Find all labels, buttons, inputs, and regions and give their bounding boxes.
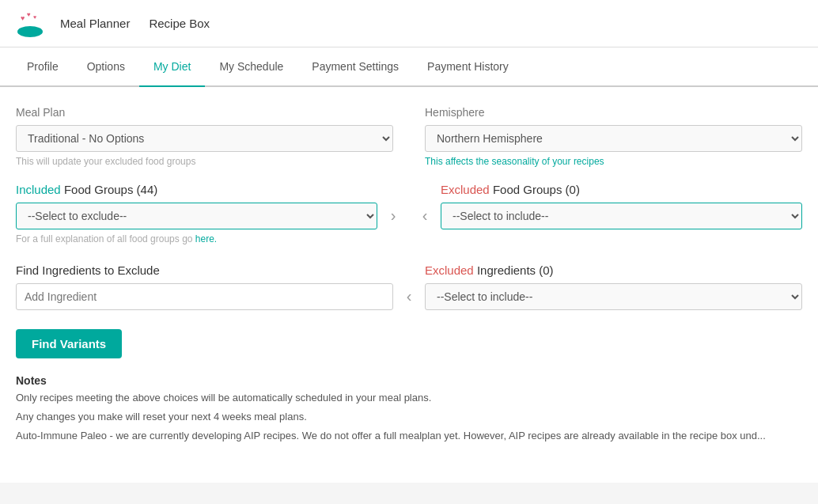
notes-line-1: Only recipes meeting the above choices w… <box>16 390 802 407</box>
excluded-food-groups-label: Excluded Food Groups (0) <box>441 183 802 196</box>
tab-options[interactable]: Options <box>73 47 139 86</box>
add-ingredient-input[interactable] <box>16 283 393 310</box>
excluded-food-groups-col: Excluded Food Groups (0) --Select to inc… <box>441 183 802 229</box>
hemisphere-col: Hemisphere Northern Hemisphere Southern … <box>425 106 802 167</box>
notes-title: Notes <box>16 374 802 387</box>
notes-line-2: Any changes you make will reset your nex… <box>16 409 802 426</box>
excluded-ingredients-label: Excluded Ingredients (0) <box>425 263 802 277</box>
food-groups-hint: For a full explanation of all food group… <box>16 233 377 244</box>
included-label-rest: Food Groups (44) <box>61 183 158 196</box>
excluded-ingredients-select[interactable]: --Select to include-- <box>425 283 802 310</box>
hemisphere-hint: This affects the seasonality of your rec… <box>425 156 802 167</box>
nav-meal-planner[interactable]: Meal Planner <box>60 17 130 30</box>
excluded-food-groups-select[interactable]: --Select to include-- <box>441 203 802 229</box>
food-groups-row: Included Food Groups (44) --Select to ex… <box>16 183 802 244</box>
notes-line-3: Auto-Immune Paleo - we are currently dev… <box>16 428 802 445</box>
find-variants-button[interactable]: Find Variants <box>16 329 122 358</box>
find-ingredients-col: Find Ingredients to Exclude <box>16 263 393 310</box>
tab-nav: Profile Options My Diet My Schedule Paym… <box>0 47 818 87</box>
move-left-arrow[interactable]: ‹ <box>409 183 441 225</box>
excl-ingr-label: Excluded <box>425 263 474 277</box>
included-label: Included <box>16 183 61 196</box>
tab-my-schedule[interactable]: My Schedule <box>205 47 297 86</box>
included-food-groups-select[interactable]: --Select to exclude-- <box>16 203 377 229</box>
ingredients-left-arrow[interactable]: ‹ <box>393 263 425 305</box>
nav-recipe-box[interactable]: Recipe Box <box>149 17 210 30</box>
tab-profile[interactable]: Profile <box>13 47 73 86</box>
tab-payment-settings[interactable]: Payment Settings <box>297 47 413 86</box>
excluded-ingredients-col: Excluded Ingredients (0) --Select to inc… <box>425 263 802 310</box>
food-groups-link[interactable]: here. <box>195 233 217 244</box>
excl-ingr-label-rest: Ingredients (0) <box>474 263 554 277</box>
svg-text:♥: ♥ <box>27 11 31 18</box>
excluded-label-rest: Food Groups (0) <box>490 183 580 196</box>
svg-text:♥: ♥ <box>33 14 36 20</box>
meal-plan-col: Meal Plan Traditional - No Options Tradi… <box>16 106 393 167</box>
find-ingredients-label: Find Ingredients to Exclude <box>16 263 393 277</box>
hemisphere-select[interactable]: Northern Hemisphere Southern Hemisphere <box>425 125 802 152</box>
header: ♥ ♥ ♥ Meal Planner Recipe Box <box>0 0 818 47</box>
meal-plan-label: Meal Plan <box>16 106 393 119</box>
tab-payment-history[interactable]: Payment History <box>413 47 523 86</box>
ingredients-row: Find Ingredients to Exclude ‹ Excluded I… <box>16 263 802 310</box>
header-nav: Meal Planner Recipe Box <box>60 17 210 30</box>
notes-section: Notes Only recipes meeting the above cho… <box>16 374 802 444</box>
move-right-arrow[interactable]: › <box>377 183 409 225</box>
main-content: Meal Plan Traditional - No Options Tradi… <box>0 87 818 483</box>
meal-plan-row: Meal Plan Traditional - No Options Tradi… <box>16 106 802 167</box>
logo-icon: ♥ ♥ ♥ <box>13 6 47 41</box>
tab-my-diet[interactable]: My Diet <box>139 47 205 87</box>
included-food-groups-col: Included Food Groups (44) --Select to ex… <box>16 183 377 244</box>
hemisphere-label: Hemisphere <box>425 106 802 119</box>
meal-plan-select[interactable]: Traditional - No Options Traditional Veg… <box>16 125 393 152</box>
included-food-groups-label: Included Food Groups (44) <box>16 183 377 196</box>
meal-plan-hint: This will update your excluded food grou… <box>16 156 393 167</box>
excluded-label: Excluded <box>441 183 490 196</box>
svg-text:♥: ♥ <box>21 14 25 22</box>
